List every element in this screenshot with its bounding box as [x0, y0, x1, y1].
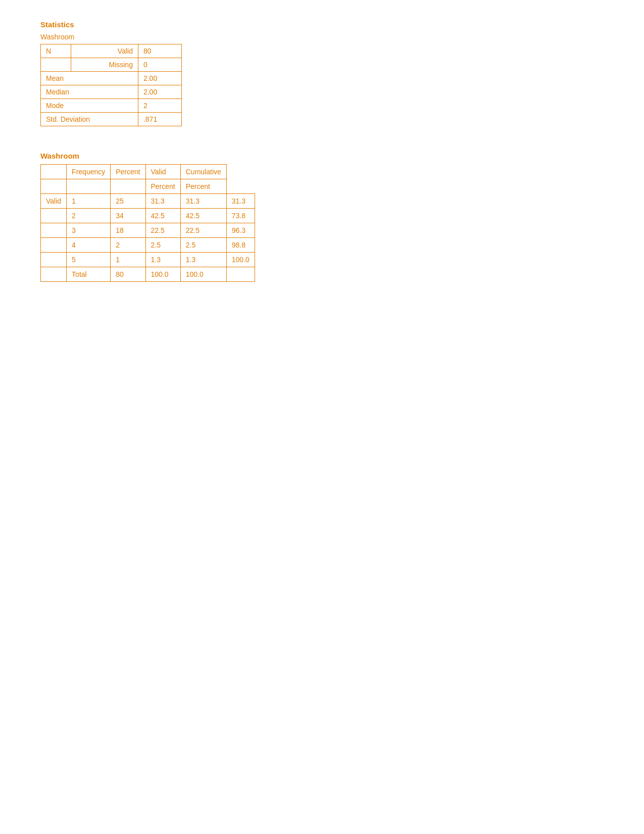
freq-header-row1: Frequency Percent Valid Cumulative: [41, 165, 255, 179]
col-freq-empty: [67, 179, 111, 194]
stats-row-label: Std. Deviation: [41, 113, 138, 126]
freq-row-cumulative: [226, 267, 255, 282]
freq-row-percent: 100.0: [145, 267, 180, 282]
freq-row-label: 1: [67, 194, 111, 209]
col-empty1: [41, 165, 67, 179]
col-percent: Percent: [111, 165, 145, 179]
stats-row-value: 2.00: [138, 72, 181, 85]
stats-row: Mode2: [41, 99, 182, 113]
freq-row-group: [41, 253, 67, 267]
stats-row-label: Mode: [41, 99, 138, 113]
freq-row-valid-percent: 2.5: [180, 238, 226, 253]
freq-row-frequency: 80: [111, 267, 145, 282]
col-valid-percent-header: Valid: [145, 165, 180, 179]
statistics-section: Statistics Washroom NValid80Missing0Mean…: [40, 20, 604, 126]
freq-row-label: 3: [67, 223, 111, 238]
freq-row-frequency: 25: [111, 194, 145, 209]
freq-row-percent: 1.3: [145, 253, 180, 267]
freq-row-group: [41, 267, 67, 282]
freq-row: 422.52.598.8: [41, 238, 255, 253]
stats-row: NValid80: [41, 44, 182, 58]
freq-row-label: 2: [67, 209, 111, 223]
stats-row-value: .871: [138, 113, 181, 126]
freq-row: 31822.522.596.3: [41, 223, 255, 238]
stats-row-header: [41, 58, 71, 72]
freq-row-percent: 31.3: [145, 194, 180, 209]
col-empty2: [41, 179, 67, 194]
freq-row-valid-percent: 100.0: [180, 267, 226, 282]
freq-row-frequency: 18: [111, 223, 145, 238]
stats-row-label: Mean: [41, 72, 138, 85]
col-cumulative-sub: Percent: [180, 179, 226, 194]
freq-row: Valid12531.331.331.3: [41, 194, 255, 209]
freq-row-group: [41, 223, 67, 238]
freq-row-group: [41, 209, 67, 223]
statistics-title: Statistics: [40, 20, 604, 29]
freq-row-label: 4: [67, 238, 111, 253]
freq-row-frequency: 2: [111, 238, 145, 253]
col-cumulative-header: Cumulative: [180, 165, 226, 179]
statistics-variable-label: Washroom: [40, 33, 604, 41]
frequency-title: Washroom: [40, 152, 604, 160]
freq-row-label: Total: [67, 267, 111, 282]
freq-row-frequency: 34: [111, 209, 145, 223]
freq-row-percent: 2.5: [145, 238, 180, 253]
freq-row-percent: 22.5: [145, 223, 180, 238]
col-valid-percent-sub: Percent: [145, 179, 180, 194]
freq-row-valid-percent: 22.5: [180, 223, 226, 238]
stats-row-sublabel: Valid: [71, 44, 138, 58]
stats-row: Missing0: [41, 58, 182, 72]
col-pct-empty: [111, 179, 145, 194]
freq-row-group: [41, 238, 67, 253]
frequency-section: Washroom Frequency Percent Valid Cumulat…: [40, 152, 604, 282]
stats-row-value: 2: [138, 99, 181, 113]
stats-row-value: 0: [138, 58, 181, 72]
freq-header-row2: Percent Percent: [41, 179, 255, 194]
stats-row-value: 80: [138, 44, 181, 58]
freq-row-percent: 42.5: [145, 209, 180, 223]
col-frequency: Frequency: [67, 165, 111, 179]
statistics-table: NValid80Missing0Mean2.00Median2.00Mode2S…: [40, 44, 182, 126]
freq-row-cumulative: 96.3: [226, 223, 255, 238]
freq-row: 511.31.3100.0: [41, 253, 255, 267]
stats-row-header: N: [41, 44, 71, 58]
stats-row: Std. Deviation.871: [41, 113, 182, 126]
freq-row-cumulative: 100.0: [226, 253, 255, 267]
freq-row-group: Valid: [41, 194, 67, 209]
stats-row: Mean2.00: [41, 72, 182, 85]
freq-row: 23442.542.573.8: [41, 209, 255, 223]
freq-row-label: 5: [67, 253, 111, 267]
freq-row-frequency: 1: [111, 253, 145, 267]
freq-row-valid-percent: 42.5: [180, 209, 226, 223]
stats-row-label: Median: [41, 85, 138, 99]
freq-row-cumulative: 73.8: [226, 209, 255, 223]
freq-row-valid-percent: 31.3: [180, 194, 226, 209]
freq-row-valid-percent: 1.3: [180, 253, 226, 267]
freq-row: Total80100.0100.0: [41, 267, 255, 282]
stats-row: Median2.00: [41, 85, 182, 99]
freq-row-cumulative: 98.8: [226, 238, 255, 253]
freq-row-cumulative: 31.3: [226, 194, 255, 209]
stats-row-value: 2.00: [138, 85, 181, 99]
stats-row-sublabel: Missing: [71, 58, 138, 72]
frequency-table: Frequency Percent Valid Cumulative Perce…: [40, 164, 255, 282]
